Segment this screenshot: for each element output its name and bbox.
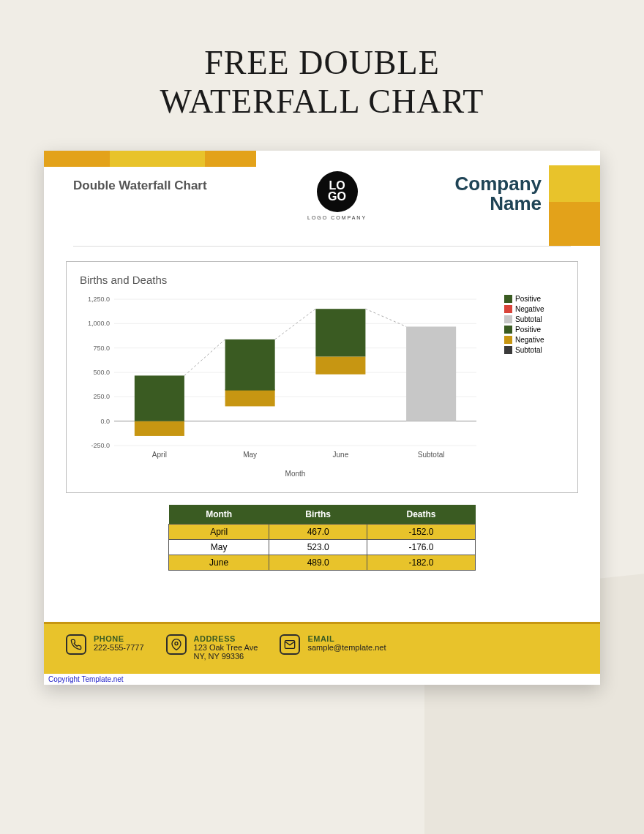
email-icon: [280, 634, 300, 655]
chart-legend: PositiveNegativeSubtotalPositiveNegative…: [504, 292, 570, 485]
svg-rect-27: [406, 326, 456, 421]
footer-email: EMAIL sample@template.net: [280, 634, 386, 661]
chart-title: Births and Deaths: [80, 274, 570, 286]
copyright-text: Copyright Template.net: [44, 674, 600, 685]
document-card: Double Waterfall Chart LO GO LOGO COMPAN…: [44, 151, 600, 685]
location-icon: [166, 634, 187, 655]
svg-text:Month: Month: [285, 470, 306, 478]
svg-text:1,000.0: 1,000.0: [88, 320, 110, 327]
svg-rect-19: [225, 389, 275, 406]
page-title: FREE DOUBLE WATERFALL CHART: [0, 44, 644, 121]
svg-point-30: [175, 642, 178, 645]
svg-text:April: April: [152, 451, 167, 459]
company-name: CompanyName: [455, 174, 542, 214]
header-band-right: [549, 165, 600, 246]
svg-text:0.0: 0.0: [100, 417, 110, 424]
logo: LO GO LOGO COMPANY: [307, 171, 367, 220]
footer-address: ADDRESS 123 Oak Tree Ave NY, NY 99336: [166, 634, 258, 661]
doc-title: Double Waterfall Chart: [73, 179, 207, 193]
svg-text:750.0: 750.0: [93, 344, 110, 351]
svg-text:June: June: [333, 451, 349, 459]
svg-text:May: May: [243, 451, 257, 459]
footer: PHONE 222-555-7777 ADDRESS 123 Oak Tree …: [44, 622, 600, 674]
header-band-left: [44, 151, 256, 167]
doc-header: Double Waterfall Chart LO GO LOGO COMPAN…: [44, 151, 600, 246]
svg-text:-250.0: -250.0: [91, 442, 110, 449]
svg-line-21: [275, 309, 316, 339]
logo-icon: LO GO: [317, 171, 358, 212]
svg-rect-24: [315, 309, 365, 356]
svg-rect-16: [135, 375, 184, 421]
svg-rect-15: [135, 421, 184, 435]
svg-text:1,250.0: 1,250.0: [88, 296, 110, 303]
svg-text:Subtotal: Subtotal: [418, 451, 445, 459]
svg-text:250.0: 250.0: [93, 393, 110, 400]
svg-rect-20: [225, 339, 275, 391]
chart-panel: Births and Deaths -250.00.0250.0500.0750…: [66, 261, 578, 493]
phone-icon: [66, 634, 86, 655]
svg-rect-23: [315, 356, 365, 374]
footer-phone: PHONE 222-555-7777: [66, 634, 144, 661]
logo-subtext: LOGO COMPANY: [307, 215, 367, 220]
svg-text:500.0: 500.0: [93, 369, 110, 376]
svg-line-17: [184, 339, 225, 375]
data-table: MonthBirthsDeaths April467.0-152.0May523…: [168, 505, 476, 571]
waterfall-chart: -250.00.0250.0500.0750.01,000.01,250.0Ap…: [74, 292, 484, 482]
